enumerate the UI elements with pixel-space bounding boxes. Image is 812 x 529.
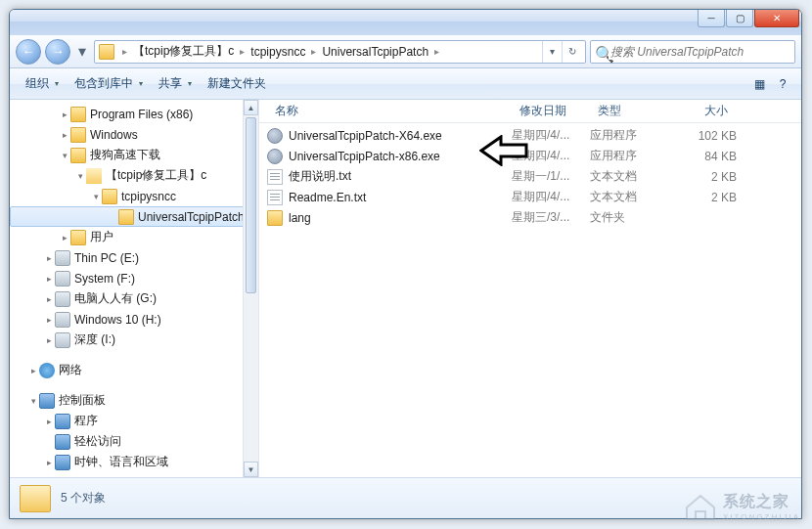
tree-item[interactable]: ▸Windows 10 (H:) [10, 309, 258, 330]
column-date[interactable]: 修改日期 [512, 103, 590, 119]
tree-expander-icon[interactable]: ▸ [43, 458, 55, 467]
tree-item[interactable]: ▸用户 [10, 227, 258, 247]
file-row[interactable]: 使用说明.txt星期一/1/...文本文档2 KB [259, 166, 801, 187]
file-size: 2 KB [668, 191, 737, 204]
maximize-button[interactable]: ▢ [726, 10, 753, 27]
exe-icon [267, 128, 283, 144]
fold-icon [267, 210, 283, 226]
include-in-library-menu[interactable]: 包含到库中 [67, 71, 151, 96]
tree-expander-icon[interactable]: ▸ [59, 233, 70, 242]
file-row[interactable]: lang星期三/3/...文件夹 [259, 207, 801, 228]
tree-item[interactable]: ▸System (F:) [10, 268, 258, 288]
tree-expander-icon[interactable]: ▸ [43, 294, 55, 304]
tree-item[interactable]: UniversalTcpipPatch [10, 206, 258, 227]
column-size[interactable]: 大小 [668, 103, 737, 119]
tree-item-label: 时钟、语言和区域 [74, 454, 168, 470]
file-row[interactable]: UniversalTcpipPatch-X64.exe星期四/4/...应用程序… [259, 125, 801, 146]
scroll-thumb[interactable] [246, 117, 256, 293]
scroll-down-button[interactable]: ▼ [244, 462, 258, 477]
file-name: lang [289, 211, 311, 225]
search-box[interactable]: 🔍 [590, 40, 795, 64]
fold-open-icon [86, 168, 102, 184]
tree-expander-icon[interactable]: ▸ [43, 417, 55, 426]
cpl-icon [55, 455, 70, 470]
fold-icon [70, 230, 86, 245]
column-type[interactable]: 类型 [590, 103, 668, 119]
tree-item[interactable]: ▸网络 [10, 360, 258, 380]
tree-item[interactable]: ▸程序 [10, 411, 258, 431]
drv-icon [55, 312, 70, 328]
breadcrumb-item-1[interactable]: tcpipysncc [248, 43, 307, 61]
breadcrumb-sep-icon: ▸ [430, 46, 443, 57]
file-type: 文本文档 [590, 168, 668, 185]
fold-icon [102, 189, 117, 204]
new-folder-button[interactable]: 新建文件夹 [200, 71, 274, 96]
share-menu[interactable]: 共享 [151, 71, 200, 96]
net-icon [39, 363, 55, 378]
tree-item[interactable]: ▾【tcpip修复工具】c [10, 165, 258, 186]
tree-item[interactable]: ▸深度 (I:) [10, 330, 258, 350]
tree-item[interactable]: 轻松访问 [10, 431, 258, 452]
tree-item-label: Program Files (x86) [90, 108, 193, 121]
column-name[interactable]: 名称 [267, 103, 512, 119]
breadcrumb-sep-icon: ▸ [118, 46, 131, 57]
tree-item-label: UniversalTcpipPatch [138, 210, 245, 224]
search-input[interactable] [609, 44, 790, 60]
tree-expander-icon[interactable]: ▾ [90, 192, 102, 201]
file-size: 102 KB [668, 129, 737, 143]
tree-expander-icon[interactable]: ▾ [59, 151, 70, 160]
drv-icon [55, 332, 70, 348]
tree-item-label: 【tcpip修复工具】c [106, 167, 206, 184]
file-list-panel: 名称 修改日期 类型 大小 UniversalTcpipPatch-X64.ex… [259, 100, 801, 477]
breadcrumb-item-0[interactable]: 【tcpip修复工具】c [131, 41, 236, 62]
fold-icon [118, 209, 134, 225]
tree-expander-icon[interactable]: ▾ [27, 396, 39, 406]
close-button[interactable]: ✕ [754, 10, 799, 27]
tree-item[interactable]: ▸Program Files (x86) [10, 104, 258, 124]
help-button[interactable]: ? [772, 73, 793, 95]
tree-expander-icon[interactable]: ▸ [43, 335, 55, 345]
view-options-button[interactable]: ▦ [748, 73, 770, 95]
cpl-icon [39, 393, 55, 409]
file-size: 84 KB [668, 150, 737, 163]
tree-expander-icon[interactable]: ▸ [43, 315, 55, 325]
breadcrumb[interactable]: ▸ 【tcpip修复工具】c ▸ tcpipysncc ▸ UniversalT… [94, 40, 586, 64]
tree-item[interactable]: ▾控制面板 [10, 390, 258, 411]
forward-button[interactable]: → [45, 39, 70, 65]
file-row[interactable]: UniversalTcpipPatch-x86.exe星期四/4/...应用程序… [259, 146, 801, 166]
tree-item[interactable]: ▸电脑人人有 (G:) [10, 288, 258, 309]
tree-item[interactable]: ▸时钟、语言和区域 [10, 452, 258, 472]
toolbar: 组织 包含到库中 共享 新建文件夹 ▦ ? [10, 68, 801, 100]
file-rows: UniversalTcpipPatch-X64.exe星期四/4/...应用程序… [259, 123, 801, 477]
folder-icon [20, 485, 51, 512]
tree-expander-icon[interactable]: ▸ [59, 110, 70, 119]
file-date: 星期四/4/... [512, 127, 590, 144]
scroll-up-button[interactable]: ▲ [244, 100, 258, 115]
tree-scrollbar[interactable]: ▲ ▼ [243, 100, 258, 477]
file-name: 使用说明.txt [289, 168, 351, 185]
organize-menu[interactable]: 组织 [18, 71, 67, 96]
back-button[interactable]: ← [16, 39, 41, 65]
breadcrumb-item-2[interactable]: UniversalTcpipPatch [320, 43, 430, 61]
tree-item[interactable]: ▸Windows [10, 124, 258, 145]
tree-item-label: 程序 [74, 413, 98, 429]
drv-icon [55, 271, 70, 287]
tree-expander-icon[interactable]: ▸ [43, 253, 55, 263]
tree-expander-icon[interactable]: ▸ [27, 366, 39, 375]
tree-item-label: 用户 [90, 229, 113, 245]
minimize-button[interactable]: ─ [698, 10, 725, 27]
txt-icon [267, 190, 283, 205]
history-dropdown[interactable]: ▾ [74, 42, 90, 62]
drv-icon [55, 250, 70, 266]
tree-expander-icon[interactable]: ▾ [74, 171, 86, 181]
refresh-button[interactable]: ↻ [562, 41, 581, 63]
tree-expander-icon[interactable]: ▸ [59, 130, 70, 140]
breadcrumb-dropdown-button[interactable]: ▾ [542, 41, 562, 63]
tree-expander-icon[interactable]: ▸ [43, 274, 55, 284]
tree-item[interactable]: ▾搜狗高速下载 [10, 145, 258, 165]
tree-item[interactable]: ▸Thin PC (E:) [10, 247, 258, 268]
navigation-tree[interactable]: ▸Program Files (x86)▸Windows▾搜狗高速下载▾【tcp… [10, 100, 259, 477]
fold-icon [70, 148, 86, 163]
tree-item[interactable]: ▾tcpipysncc [10, 186, 258, 206]
file-row[interactable]: Readme.En.txt星期四/4/...文本文档2 KB [259, 187, 801, 207]
